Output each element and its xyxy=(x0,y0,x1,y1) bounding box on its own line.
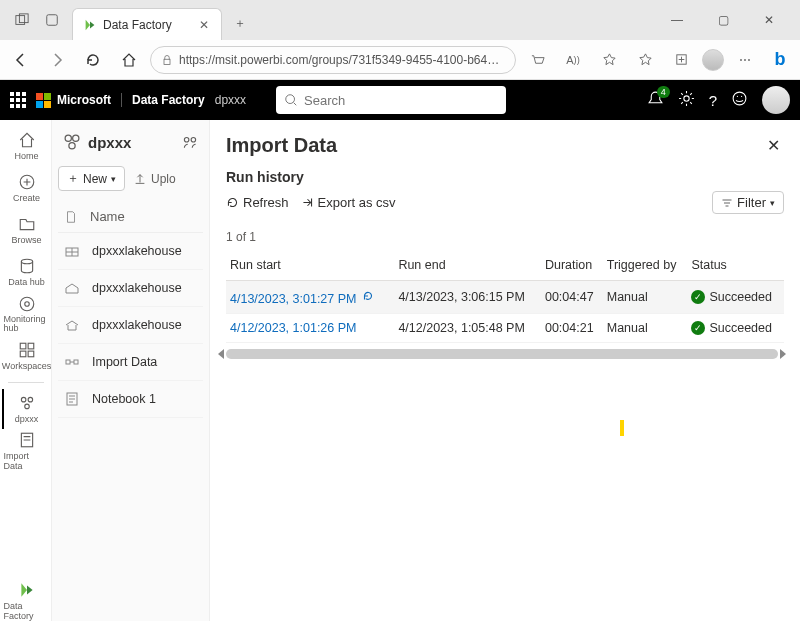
breadcrumb[interactable]: dpxxx xyxy=(215,93,246,107)
column-header[interactable]: Name xyxy=(58,201,203,233)
window-maximize-button[interactable]: ▢ xyxy=(704,6,742,34)
nav-forward-button[interactable] xyxy=(42,45,72,75)
workspaces-browser-icon[interactable] xyxy=(40,8,64,32)
rail-home[interactable]: Home xyxy=(2,126,50,166)
file-icon xyxy=(64,210,78,224)
nav-back-button[interactable] xyxy=(6,45,36,75)
lock-icon xyxy=(161,54,173,66)
tab-title: Data Factory xyxy=(103,18,191,32)
product-header: Microsoft Data Factory dpxxx 4 ? xyxy=(0,80,800,120)
favorites-icon[interactable] xyxy=(630,45,660,75)
lakehouse-icon xyxy=(64,280,80,296)
table-row[interactable]: 4/12/2023, 1:01:26 PM 4/12/2023, 1:05:48… xyxy=(226,314,784,343)
window-close-button[interactable]: ✕ xyxy=(750,6,788,34)
gear-icon xyxy=(678,90,695,107)
export-csv-button[interactable]: Export as csv xyxy=(301,195,396,210)
col-duration[interactable]: Duration xyxy=(541,250,603,281)
read-aloud-icon[interactable]: A)) xyxy=(558,45,588,75)
svg-point-7 xyxy=(733,92,746,105)
rail-dpxxx[interactable]: dpxxx xyxy=(2,389,50,429)
settings-button[interactable] xyxy=(678,90,695,110)
rail-datafactory[interactable]: Data Factory xyxy=(2,581,50,621)
col-run-end[interactable]: Run end xyxy=(394,250,541,281)
item-importdata[interactable]: Import Data xyxy=(58,344,203,381)
item-lakehouse[interactable]: dpxxxlakehouse xyxy=(58,307,203,344)
refresh-button[interactable]: Refresh xyxy=(226,195,289,210)
col-status[interactable]: Status xyxy=(687,250,784,281)
filter-button[interactable]: Filter▾ xyxy=(712,191,784,214)
svg-point-17 xyxy=(28,397,33,402)
bing-sidebar-icon[interactable]: b xyxy=(766,46,794,74)
item-notebook[interactable]: Notebook 1 xyxy=(58,381,203,418)
svg-point-20 xyxy=(65,135,71,141)
svg-point-10 xyxy=(20,297,34,311)
shopping-icon[interactable] xyxy=(522,45,552,75)
help-button[interactable]: ? xyxy=(709,92,717,109)
browser-toolbar: https://msit.powerbi.com/groups/731f5349… xyxy=(0,40,800,80)
svg-rect-12 xyxy=(20,343,26,349)
rail-importdata[interactable]: Import Data xyxy=(2,431,50,471)
panel-close-button[interactable]: ✕ xyxy=(763,132,784,159)
item-lakehouse[interactable]: dpxxxlakehouse xyxy=(58,233,203,270)
search-field[interactable] xyxy=(304,93,498,108)
address-bar[interactable]: https://msit.powerbi.com/groups/731f5349… xyxy=(150,46,516,74)
item-lakehouse[interactable]: dpxxxlakehouse xyxy=(58,270,203,307)
export-icon xyxy=(301,196,314,209)
chevron-down-icon: ▾ xyxy=(770,198,775,208)
panel-title: Import Data xyxy=(226,134,337,157)
rail-browse[interactable]: Browse xyxy=(2,210,50,250)
table-row[interactable]: 4/13/2023, 3:01:27 PM 4/13/2023, 3:06:15… xyxy=(226,281,784,314)
svg-point-6 xyxy=(684,96,689,101)
notifications-button[interactable]: 4 xyxy=(647,90,664,110)
new-button[interactable]: ＋New▾ xyxy=(58,166,125,191)
feedback-button[interactable] xyxy=(731,90,748,110)
app-launcher-icon[interactable] xyxy=(10,92,26,108)
browser-more-icon[interactable]: ⋯ xyxy=(730,45,760,75)
tab-close-icon[interactable]: ✕ xyxy=(197,18,211,32)
pipeline-icon xyxy=(64,354,80,370)
refresh-icon xyxy=(226,196,239,209)
notebook-icon xyxy=(64,391,80,407)
notification-badge: 4 xyxy=(657,86,670,98)
collections-icon[interactable] xyxy=(666,45,696,75)
tab-actions-icon[interactable] xyxy=(10,8,34,32)
workspace-settings-icon[interactable] xyxy=(181,133,199,151)
upload-button[interactable]: Uplo xyxy=(133,172,176,186)
rail-workspaces[interactable]: Workspaces xyxy=(2,336,50,376)
svg-rect-27 xyxy=(74,360,78,364)
svg-point-18 xyxy=(24,404,29,409)
col-triggered-by[interactable]: Triggered by xyxy=(603,250,688,281)
rail-datahub[interactable]: Data hub xyxy=(2,252,50,292)
run-start-link[interactable]: 4/12/2023, 1:01:26 PM xyxy=(230,321,356,335)
new-tab-button[interactable]: ＋ xyxy=(226,9,254,37)
svg-rect-2 xyxy=(47,15,58,26)
browser-titlebar: Data Factory ✕ ＋ — ▢ ✕ xyxy=(0,0,800,40)
search-input[interactable] xyxy=(276,86,506,114)
user-avatar[interactable] xyxy=(762,86,790,114)
rail-create[interactable]: Create xyxy=(2,168,50,208)
nav-home-button[interactable] xyxy=(114,45,144,75)
horizontal-scrollbar[interactable] xyxy=(226,349,778,359)
add-favorite-icon[interactable] xyxy=(594,45,624,75)
svg-point-9 xyxy=(21,259,32,264)
svg-rect-26 xyxy=(66,360,70,364)
workspace-name: dpxxx xyxy=(88,134,131,151)
workspace-nav: dpxxx ＋New▾ Uplo Name dpxxxlakehouse dpx… xyxy=(52,120,210,621)
run-start-link[interactable]: 4/13/2023, 3:01:27 PM xyxy=(230,292,356,306)
col-run-start[interactable]: Run start xyxy=(226,250,394,281)
browser-tab[interactable]: Data Factory ✕ xyxy=(72,8,222,40)
brand-text: Microsoft xyxy=(57,93,111,107)
smiley-icon xyxy=(731,90,748,107)
svg-point-23 xyxy=(184,138,189,143)
rail-monitoring[interactable]: Monitoring hub xyxy=(2,294,50,334)
microsoft-logo: Microsoft xyxy=(36,93,111,108)
product-name[interactable]: Data Factory xyxy=(121,93,205,107)
datafactory-favicon-icon xyxy=(83,18,97,32)
svg-point-16 xyxy=(21,397,26,402)
rerun-icon[interactable] xyxy=(360,288,376,304)
browser-profile-avatar[interactable] xyxy=(702,49,724,71)
window-minimize-button[interactable]: — xyxy=(658,6,696,34)
nav-refresh-button[interactable] xyxy=(78,45,108,75)
svg-rect-15 xyxy=(28,351,34,357)
svg-point-11 xyxy=(24,302,29,307)
